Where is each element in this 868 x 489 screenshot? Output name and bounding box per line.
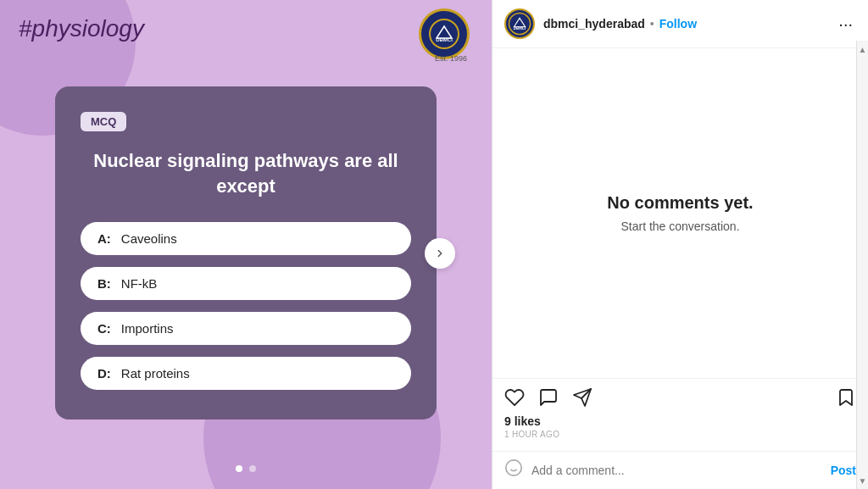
scroll-down-arrow[interactable]: ▼: [857, 474, 869, 487]
action-icons-row: [504, 387, 856, 408]
comments-panel: DBMCI dbmci_hyderabad • Follow ··· ▲ ▼ N…: [492, 0, 868, 489]
logo-circle: DBMCI: [419, 8, 470, 59]
comment-icon: [538, 387, 559, 408]
carousel-dots: [236, 465, 256, 472]
option-a-label: A:: [97, 231, 111, 246]
option-d-text: Rat proteins: [121, 366, 190, 381]
like-button[interactable]: [504, 387, 525, 408]
dot-1[interactable]: [236, 465, 242, 472]
follow-button[interactable]: Follow: [659, 17, 697, 31]
option-c[interactable]: C: Importins: [81, 312, 411, 345]
option-a-text: Caveolins: [121, 231, 177, 246]
est-text: Est. 1996: [426, 54, 476, 63]
likes-count: 9 likes: [504, 414, 856, 428]
separator: •: [650, 17, 654, 31]
option-b[interactable]: B: NF-kB: [81, 267, 411, 300]
hashtag-title: #physiology: [19, 15, 144, 42]
more-options-button[interactable]: ···: [835, 15, 856, 32]
smiley-icon: [504, 458, 523, 477]
option-d[interactable]: D: Rat proteins: [81, 357, 411, 390]
share-button[interactable]: [572, 387, 593, 408]
no-comments-title: No comments yet.: [607, 193, 753, 213]
option-b-label: B:: [97, 276, 111, 291]
option-c-text: Importins: [121, 321, 174, 336]
time-ago: 1 HOUR AGO: [504, 430, 856, 439]
username-area: dbmci_hyderabad • Follow: [543, 17, 826, 31]
scroll-up-arrow[interactable]: ▲: [857, 42, 869, 56]
bookmark-icon: [836, 387, 856, 408]
svg-point-0: [430, 19, 459, 48]
heart-icon: [504, 387, 525, 408]
option-a[interactable]: A: Caveolins: [81, 222, 411, 255]
option-b-text: NF-kB: [121, 276, 158, 291]
comment-input-row: Post: [492, 451, 868, 489]
chevron-right-icon: [434, 247, 446, 259]
logo-svg: DBMCI: [428, 18, 460, 50]
username: dbmci_hyderabad: [543, 17, 645, 31]
post-comment-button[interactable]: Post: [831, 464, 856, 477]
avatar: DBMCI: [504, 8, 535, 39]
question-text: Nuclear signaling pathways are all excep…: [81, 148, 411, 198]
avatar-logo: DBMCI: [508, 12, 531, 36]
svg-point-2: [509, 13, 530, 34]
scrollbar: ▲ ▼: [856, 41, 868, 489]
svg-point-6: [506, 460, 521, 475]
option-c-label: C:: [97, 321, 111, 336]
comment-input[interactable]: [531, 464, 822, 477]
bookmark-button[interactable]: [836, 387, 856, 408]
dot-2[interactable]: [249, 465, 256, 472]
post-image-panel: #physiology DBMCI Est. 1996 MCQ Nuclear …: [0, 0, 492, 489]
options-list: A: Caveolins B: NF-kB C: Importins D: Ra…: [81, 222, 411, 390]
emoji-button[interactable]: [504, 458, 523, 482]
option-d-label: D:: [97, 366, 111, 381]
no-comments-subtitle: Start the conversation.: [620, 219, 739, 233]
svg-text:DBMCI: DBMCI: [514, 26, 526, 31]
share-icon: [572, 387, 593, 408]
comment-button[interactable]: [538, 387, 559, 408]
svg-text:DBMCI: DBMCI: [436, 37, 453, 42]
mcq-card: MCQ Nuclear signaling pathways are all e…: [55, 86, 437, 420]
comments-area: No comments yet. Start the conversation.: [492, 48, 868, 378]
mcq-badge: MCQ: [81, 112, 126, 131]
post-header: DBMCI dbmci_hyderabad • Follow ···: [492, 0, 868, 48]
next-arrow-button[interactable]: [425, 238, 455, 269]
actions-bar: 9 likes 1 HOUR AGO: [492, 378, 868, 451]
